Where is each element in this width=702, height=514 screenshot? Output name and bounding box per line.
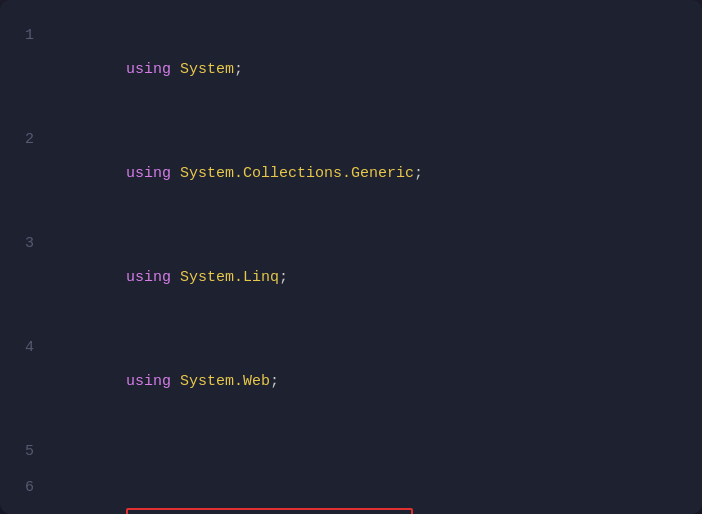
line-number-3: 3: [0, 227, 52, 261]
code-line-5: 5: [0, 434, 702, 470]
line-content-6: using System.Web.Mvc;: [52, 471, 702, 514]
namespace-collections: System.Collections.Generic: [180, 165, 414, 182]
namespace-web: System.Web: [180, 373, 270, 390]
keyword-using: using: [126, 269, 180, 286]
line-number-6: 6: [0, 471, 52, 505]
line-content-3: using System.Linq;: [52, 227, 702, 329]
namespace-system: System: [180, 61, 234, 78]
code-line-2: 2 using System.Collections.Generic;: [0, 122, 702, 226]
line-content-5: [52, 435, 702, 469]
keyword-using: using: [126, 165, 180, 182]
line-number-1: 1: [0, 19, 52, 53]
line-content-2: using System.Collections.Generic;: [52, 123, 702, 225]
code-line-4: 4 using System.Web;: [0, 330, 702, 434]
highlight-line6: using System.Web.Mvc;: [126, 508, 413, 514]
line-content-1: using System;: [52, 19, 702, 121]
code-line-1: 1 using System;: [0, 18, 702, 122]
namespace-linq: System.Linq: [180, 269, 279, 286]
line-content-4: using System.Web;: [52, 331, 702, 433]
code-area: 1 using System; 2 using System.Collectio…: [0, 0, 702, 514]
line-number-4: 4: [0, 331, 52, 365]
line-number-2: 2: [0, 123, 52, 157]
editor-window: 1 using System; 2 using System.Collectio…: [0, 0, 702, 514]
keyword-using: using: [126, 373, 180, 390]
code-line-3: 3 using System.Linq;: [0, 226, 702, 330]
code-line-6: 6 using System.Web.Mvc;: [0, 470, 702, 514]
line-number-5: 5: [0, 435, 52, 469]
keyword-using: using: [126, 61, 180, 78]
